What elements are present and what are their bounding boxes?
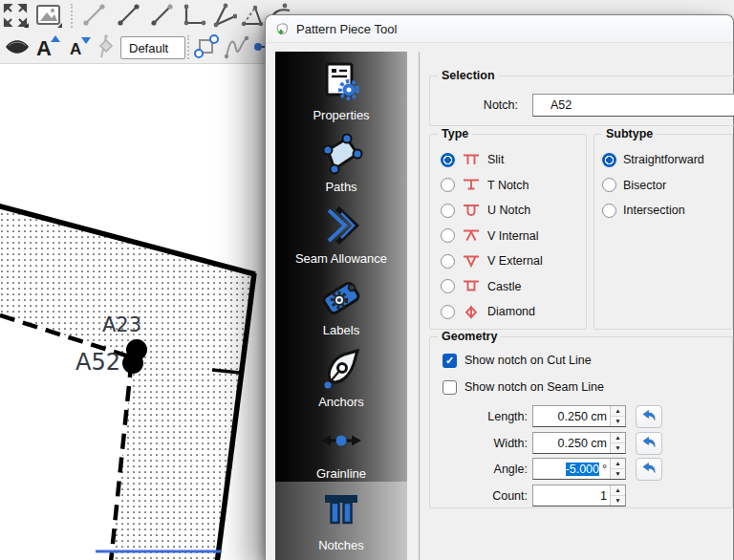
pin-tool-button[interactable]	[92, 33, 119, 60]
toolbar-separator[interactable]	[71, 4, 73, 28]
type-option-t-notch[interactable]: T Notch	[430, 173, 586, 199]
geometry-groupbox: Geometry ✓ Show notch on Cut Line Show n…	[429, 336, 733, 508]
width-spin-up[interactable]: ▲	[611, 433, 625, 443]
show-notch-seam-line-row[interactable]: Show notch on Seam Line	[443, 379, 604, 395]
radio-v-internal[interactable]	[441, 228, 455, 243]
point-label-a23[interactable]: A23	[102, 313, 141, 336]
sidebar-item-seam-allowance[interactable]: Seam Allowance	[275, 195, 407, 267]
radio-slit[interactable]	[441, 153, 455, 167]
image-icon	[35, 2, 62, 29]
font-increase-icon: A	[34, 33, 61, 60]
angle-value-selected: -5.000	[566, 463, 599, 476]
increase-label-font-button[interactable]: A	[34, 33, 61, 60]
show-notch-cut-line-checkbox[interactable]: ✓	[443, 354, 457, 368]
length-spinbox[interactable]: 0.250 cm ▲▼	[532, 405, 626, 427]
count-spinbox[interactable]: 1 ▲▼	[532, 485, 626, 506]
sidebar-item-grainline[interactable]: Grainline	[275, 410, 407, 482]
radio-straightforward[interactable]	[602, 153, 616, 167]
width-label: Width:	[430, 437, 528, 450]
sidebar-item-anchors[interactable]: Anchors	[275, 338, 407, 410]
radio-intersection[interactable]	[602, 204, 616, 218]
internal-path-icon	[194, 33, 221, 60]
triangle-icon	[239, 2, 266, 29]
subtype-option-bisector[interactable]: Bisector	[594, 173, 732, 199]
radio-diamond[interactable]	[441, 305, 455, 319]
count-label: Count:	[430, 489, 528, 503]
anchors-icon	[319, 347, 363, 391]
insert-image-button[interactable]	[35, 2, 62, 29]
selection-groupbox: Selection Notch: A52	[429, 75, 734, 126]
panel-separator	[419, 52, 420, 560]
angle-spinbox[interactable]: -5.000° ▲▼	[532, 458, 626, 480]
angle-spin-down[interactable]: ▼	[611, 469, 625, 479]
line-tool-icon	[116, 2, 142, 29]
perpendicular-icon	[180, 2, 206, 29]
svg-text:A: A	[36, 36, 52, 60]
toolbar-separator[interactable]	[187, 35, 189, 59]
width-reset-button[interactable]	[636, 432, 662, 455]
width-spin-down[interactable]: ▼	[611, 443, 625, 453]
radio-t-notch[interactable]	[441, 178, 455, 192]
pin-icon	[92, 33, 119, 60]
notches-icon	[319, 490, 363, 534]
subtype-option-intersection[interactable]: Intersection	[594, 198, 732, 224]
type-option-diamond[interactable]: Diamond	[430, 299, 586, 325]
sidebar-item-properties[interactable]: Properties	[275, 52, 407, 123]
castle-glyph-icon	[462, 279, 481, 293]
length-spin-down[interactable]: ▼	[611, 417, 625, 426]
fit-in-view-button[interactable]	[2, 2, 29, 29]
perpendicular-tool-button[interactable]	[180, 2, 206, 29]
radio-v-external[interactable]	[441, 254, 455, 269]
length-row: Length: 0.250 cm ▲▼	[430, 405, 732, 427]
dialog-titlebar[interactable]: Pattern Piece Tool	[266, 15, 733, 43]
point-a52-marker[interactable]	[122, 353, 143, 374]
v-internal-glyph-icon	[462, 228, 481, 243]
type-option-v-internal[interactable]: V Internal	[430, 224, 586, 249]
length-spin-up[interactable]: ▲	[611, 406, 625, 417]
geometry-group-title: Geometry	[438, 330, 501, 343]
width-row: Width: 0.250 cm ▲▼	[430, 432, 732, 454]
angle-spin-up[interactable]: ▲	[611, 459, 625, 469]
angle-row: Angle: -5.000° ▲▼	[430, 458, 732, 480]
show-notch-seam-line-checkbox[interactable]	[443, 380, 457, 395]
seam-allowance-icon	[319, 204, 363, 248]
length-reset-button[interactable]	[636, 405, 662, 428]
angle-tool-button[interactable]	[210, 2, 237, 29]
width-spinbox[interactable]: 0.250 cm ▲▼	[532, 432, 626, 454]
width-value: 0.250 cm	[533, 433, 610, 453]
angle-unit: °	[602, 463, 607, 476]
style-dropdown[interactable]: Default	[120, 36, 185, 59]
internal-path-tool-button[interactable]	[194, 33, 221, 60]
type-option-v-external[interactable]: V External	[430, 248, 586, 274]
pattern-piece-fill	[0, 206, 254, 560]
dialog-sidebar: Properties Paths Seam Allowance	[275, 52, 407, 560]
sidebar-item-labels[interactable]: Labels	[275, 267, 407, 338]
angle-reset-button[interactable]	[636, 458, 662, 481]
type-option-castle[interactable]: Castle	[430, 274, 586, 300]
length-value: 0.250 cm	[533, 406, 610, 426]
radio-u-notch[interactable]	[441, 204, 455, 218]
line-tool-button-1[interactable]	[81, 2, 108, 29]
radio-castle[interactable]	[441, 279, 455, 293]
sidebar-item-paths[interactable]: Paths	[275, 123, 407, 195]
show-hide-button[interactable]	[4, 33, 31, 60]
count-value: 1	[533, 485, 610, 506]
triangle-tool-button[interactable]	[239, 2, 266, 29]
subtype-option-straightforward[interactable]: Straightforward	[594, 147, 732, 173]
curve-tool-button[interactable]	[223, 33, 249, 60]
count-spin-down[interactable]: ▼	[611, 496, 625, 506]
decrease-label-font-button[interactable]: A	[65, 33, 92, 60]
grainline-icon	[319, 419, 363, 463]
line-tool-button-3[interactable]	[149, 2, 176, 29]
type-option-u-notch[interactable]: U Notch	[430, 198, 586, 224]
line-tool-button-2[interactable]	[116, 2, 142, 29]
slit-glyph-icon	[462, 153, 481, 167]
radio-bisector[interactable]	[602, 178, 616, 192]
point-label-a52[interactable]: A52	[76, 349, 120, 376]
type-option-slit[interactable]: Slit	[430, 147, 586, 173]
count-spin-up[interactable]: ▲	[611, 485, 625, 496]
paths-icon	[319, 132, 363, 176]
sidebar-item-notches[interactable]: Notches	[275, 482, 407, 560]
show-notch-cut-line-row[interactable]: ✓ Show notch on Cut Line	[443, 353, 592, 368]
notch-combobox[interactable]: A52	[532, 94, 734, 117]
